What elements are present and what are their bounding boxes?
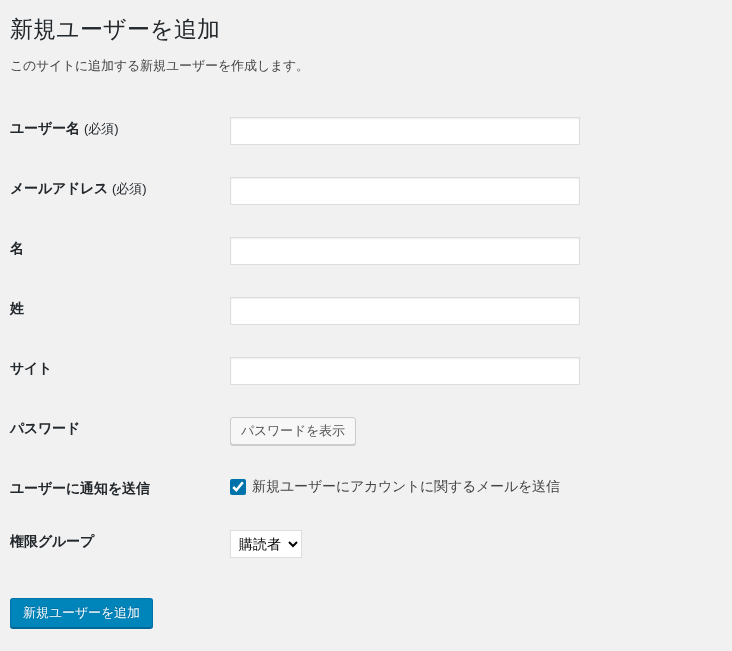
email-input[interactable] (230, 177, 580, 205)
first-name-label: 名 (10, 225, 230, 285)
page-title: 新規ユーザーを追加 (10, 6, 722, 49)
password-label: パスワード (10, 405, 230, 465)
username-label: ユーザー名 (必須) (10, 105, 230, 165)
show-password-button[interactable]: パスワードを表示 (230, 417, 356, 445)
website-input[interactable] (230, 357, 580, 385)
last-name-input[interactable] (230, 297, 580, 325)
send-notification-checkbox-label: 新規ユーザーにアカウントに関するメールを送信 (252, 478, 560, 496)
add-user-form: ユーザー名 (必須) メールアドレス (必須) 名 姓 (10, 105, 722, 578)
add-user-button[interactable]: 新規ユーザーを追加 (10, 598, 153, 628)
email-label: メールアドレス (必須) (10, 165, 230, 225)
last-name-label: 姓 (10, 285, 230, 345)
website-label: サイト (10, 345, 230, 405)
role-select[interactable]: 購読者 (230, 530, 302, 558)
first-name-input[interactable] (230, 237, 580, 265)
send-notification-label: ユーザーに通知を送信 (10, 465, 230, 518)
username-input[interactable] (230, 117, 580, 145)
send-notification-checkbox[interactable] (230, 479, 246, 495)
role-label: 権限グループ (10, 518, 230, 578)
page-description: このサイトに追加する新規ユーザーを作成します。 (10, 57, 722, 75)
